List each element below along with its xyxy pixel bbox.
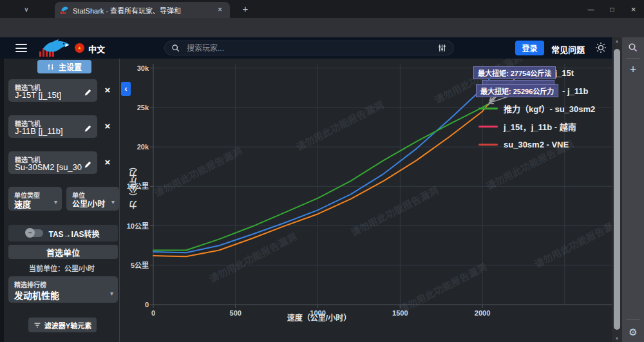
tas-ias-toggle-label: TAS→IAS转换 (48, 228, 99, 239)
search-filter-sliders-icon[interactable] (437, 43, 447, 53)
toggle-knob[interactable]: − (25, 228, 35, 238)
thrust-vs-speed-chart: 050010001500200005公里10公里15公里20k25k30k (120, 59, 612, 342)
aircraft-card-j11b[interactable]: 精选飞机 J-11B [j_11b] (8, 115, 97, 138)
main-settings-label: 主设置 (59, 61, 82, 72)
edit-pencil-icon[interactable] (84, 88, 92, 97)
legend-label: su_30sm2 - VNE (504, 140, 569, 149)
scroll-down-arrow-icon[interactable]: ▼ (612, 336, 622, 341)
statshark-logo[interactable] (37, 39, 71, 58)
new-tab-button[interactable]: + (240, 3, 251, 15)
scrollbar-thumb[interactable] (614, 49, 620, 330)
svg-text:25k: 25k (137, 104, 149, 111)
sliders-icon (47, 63, 55, 71)
legend-item-vne-su30sm2[interactable]: su_30sm2 - VNE (478, 140, 569, 149)
search-input[interactable] (185, 43, 437, 53)
faq-link[interactable]: 常见问题 (551, 43, 585, 55)
filter-y-axis-button[interactable]: 滤波器Y轴元素 (28, 318, 97, 332)
sidebar-divider (626, 58, 640, 59)
unit-value: 公里/小时 (72, 198, 105, 209)
leaderboard-dropdown[interactable]: 精选排行榜 发动机性能 ▾ (8, 276, 118, 303)
sidebar-add-icon[interactable]: + (622, 63, 644, 77)
legend-label: j_15t，j_11b - 越南 (504, 120, 576, 133)
leaderboard-value: 发动机性能 (14, 289, 59, 301)
x-axis-title: 速度（公里/小时） (153, 312, 485, 323)
remove-aircraft-su30sm2-icon[interactable]: × (102, 157, 113, 167)
tab-strip: ∨ StatShark - 查看所有玩家、导弹和 × + — □ × (0, 0, 644, 18)
edge-sidebar-strip: + ⚙ (622, 37, 644, 342)
legend-line-swatch (478, 126, 498, 128)
tas-ias-toggle[interactable]: − (26, 229, 43, 237)
unit-type-dropdown[interactable]: 单位类型 速度 ▾ (8, 187, 62, 211)
tab-close-icon[interactable]: × (215, 5, 225, 15)
aircraft-card-value: J-11B [j_11b] (15, 126, 63, 136)
browser-toolbar: https://statshark.net/fm a ★ ☆ … (0, 18, 644, 37)
filter-icon (33, 321, 41, 329)
tab-search-chevron-icon[interactable]: ∨ (19, 3, 33, 15)
y-axis-title: 力（公斤力） (128, 118, 139, 253)
leaderboard-label: 精选排行榜 (14, 280, 46, 289)
edit-pencil-icon[interactable] (84, 160, 92, 169)
sidebar-gear-icon[interactable]: ⚙ (622, 327, 644, 338)
browser-window: ∨ StatShark - 查看所有玩家、导弹和 × + — □ × https… (0, 0, 644, 342)
annotation-max-thrust-2: 最大扭矩: 25296公斤力 (476, 84, 558, 97)
theme-toggle-sun-icon[interactable] (595, 42, 607, 53)
aircraft-card-value: Su-30SM2 [su_30 (15, 162, 82, 172)
aircraft-card-value: J-15T [j_15t] (15, 90, 61, 100)
language-flag-icon[interactable]: ★ (75, 43, 84, 53)
main-settings-button[interactable]: 主设置 (37, 60, 91, 73)
preferred-units-button[interactable]: 首选单位 (8, 245, 118, 259)
remove-aircraft-j11b-icon[interactable]: × (102, 121, 113, 131)
language-label[interactable]: 中文 (88, 43, 105, 55)
legend-item-vne-j15t-j11b[interactable]: j_15t，j_11b - 越南 (478, 122, 576, 131)
sidebar-collapse-button[interactable]: ‹ (121, 82, 131, 96)
svg-text:0: 0 (145, 301, 149, 309)
svg-text:30k: 30k (137, 64, 149, 72)
browser-tab[interactable]: StatShark - 查看所有玩家、导弹和 × (55, 2, 230, 18)
unit-dropdown[interactable]: 单位 公里/小时 ▾ (66, 187, 119, 211)
site-nav-bar: ★ 中文 登录 常见问题 (0, 37, 612, 59)
page-viewport: ★ 中文 登录 常见问题 主设置 (0, 37, 612, 342)
tab-title: StatShark - 查看所有玩家、导弹和 (73, 5, 211, 15)
scroll-up-arrow-icon[interactable]: ▲ (612, 39, 622, 43)
maximize-button[interactable]: □ (601, 0, 623, 18)
aircraft-card-su30sm2[interactable]: 精选飞机 Su-30SM2 [su_30 (8, 151, 97, 174)
player-search-bar[interactable] (164, 41, 454, 55)
unit-type-value: 速度 (14, 198, 31, 210)
edit-pencil-icon[interactable] (84, 124, 92, 133)
legend-label: 推力（kgf）- su_30sm2 (504, 102, 595, 115)
aircraft-card-j15t[interactable]: 精选飞机 J-15T [j_15t] (8, 79, 97, 102)
chart-panel: 050010001500200005公里10公里15公里20k25k30k 请勿… (120, 59, 612, 342)
legend-line-swatch (478, 108, 498, 109)
chevron-down-icon: ▾ (110, 290, 113, 297)
legend-line-swatch (478, 144, 498, 146)
window-close-button[interactable]: × (623, 0, 644, 18)
hamburger-menu-icon[interactable] (15, 44, 27, 52)
sidebar-divider (626, 319, 640, 320)
search-icon (171, 44, 180, 53)
svg-text:5公里: 5公里 (131, 261, 149, 269)
tas-ias-toggle-row: − TAS→IAS转换 (8, 225, 118, 242)
page-scrollbar[interactable]: ▲ ▼ (612, 37, 622, 342)
current-unit-text: 当前单位：公里/小时 (4, 263, 120, 273)
chevron-down-icon: ▾ (54, 198, 57, 205)
sidebar-search-icon[interactable] (628, 43, 638, 53)
login-button[interactable]: 登录 (515, 41, 544, 55)
window-controls: — □ × (580, 0, 644, 18)
remove-aircraft-j15t-icon[interactable]: × (102, 85, 113, 95)
legend-item-su30sm2[interactable]: 推力（kgf）- su_30sm2 (478, 104, 595, 113)
minimize-button[interactable]: — (580, 0, 601, 18)
settings-sidebar: 主设置 精选飞机 J-15T [j_15t] × 精选飞机 J-11B [j_1… (4, 59, 120, 342)
chevron-down-icon: ▾ (111, 198, 115, 205)
statshark-favicon-icon (60, 6, 69, 15)
annotation-max-thrust-1: 最大扭矩: 27754公斤法 (473, 66, 556, 79)
filter-y-axis-label: 滤波器Y轴元素 (44, 320, 91, 330)
